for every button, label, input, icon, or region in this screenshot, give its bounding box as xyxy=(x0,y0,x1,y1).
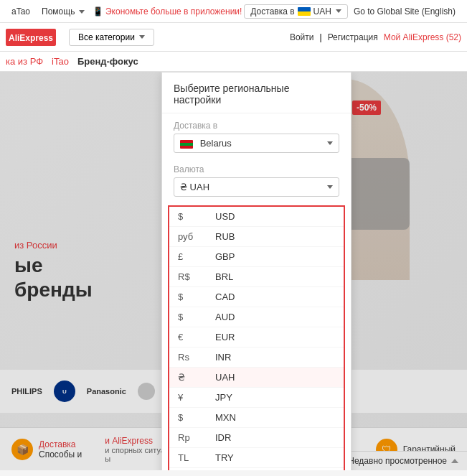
currency-item[interactable]: ¥JPY xyxy=(169,388,344,408)
chevron-down-icon xyxy=(139,35,145,39)
currency-symbol: € xyxy=(178,332,207,342)
delivery-country-section: Доставка в Belarus xyxy=(162,113,351,157)
currency-item[interactable]: ₴UAH xyxy=(169,368,344,388)
currency-item[interactable]: TLTRY xyxy=(169,448,344,468)
currency-code: INR xyxy=(215,352,231,363)
currency-item[interactable]: RsINR xyxy=(169,347,344,368)
currency-section-label: Валюта xyxy=(174,164,339,174)
main-content: из России ые бренды -50% PHILIPS U Panas… xyxy=(0,72,467,470)
auth-section: Войти | Регистрация Мой AliExpress (52) xyxy=(290,32,461,42)
currency-symbol: £ xyxy=(178,251,207,262)
currency-symbol: R$ xyxy=(178,271,207,282)
login-link[interactable]: Войти xyxy=(290,32,314,42)
currency-list: $USDрубRUB£GBPR$BRL$CAD$AUD€EURRsINR₴UAH… xyxy=(168,205,345,470)
currency-symbol: Rp xyxy=(178,432,207,443)
currency-item[interactable]: €EUR xyxy=(169,327,344,347)
currency-code: BRL xyxy=(215,271,233,282)
currency-symbol: $ xyxy=(178,291,207,302)
dropdown-title: Выберите региональные настройки xyxy=(162,73,351,113)
currency-item[interactable]: $AUD xyxy=(169,307,344,327)
breadcrumb-item-2: Бренд-фокус xyxy=(77,56,138,67)
belarus-flag-icon xyxy=(180,140,193,149)
currency-item[interactable]: RpIDR xyxy=(169,428,344,448)
currency-item[interactable]: $CAD xyxy=(169,287,344,307)
currency-item[interactable]: $USD xyxy=(169,207,344,227)
currency-code: IDR xyxy=(215,432,231,443)
currency-item[interactable]: $MXN xyxy=(169,408,344,428)
currency-code: JPY xyxy=(215,392,232,403)
currency-item[interactable]: R$BRL xyxy=(169,267,344,287)
currency-code: CAD xyxy=(215,291,235,302)
currency-section: Валюта ₴ UAH xyxy=(162,157,351,205)
top-nav: aTao Помощь 📱 Экономьте больше в приложе… xyxy=(0,0,467,23)
currency-label: UAH xyxy=(313,6,331,17)
promo-banner: 📱 Экономьте больше в приложении! xyxy=(90,6,245,17)
country-select[interactable]: Belarus xyxy=(174,134,339,153)
chevron-down-icon xyxy=(336,9,341,13)
chevron-down-icon xyxy=(327,141,333,145)
currency-item[interactable]: SEKSEK xyxy=(169,468,344,470)
currency-code: EUR xyxy=(215,332,235,342)
delivery-button[interactable]: Доставка в UAH xyxy=(244,4,348,19)
currency-code: AUD xyxy=(215,312,235,322)
global-site-link[interactable]: Go to Global Site (English) xyxy=(348,6,461,17)
nav-item-help[interactable]: Помощь xyxy=(36,6,90,17)
chevron-down-icon xyxy=(79,10,85,14)
breadcrumb: ка из РФ iTao Бренд-фокус xyxy=(0,52,467,72)
chevron-down-icon xyxy=(327,185,333,189)
currency-code: UAH xyxy=(215,372,235,383)
categories-button[interactable]: Все категории xyxy=(69,29,154,46)
my-ali-link[interactable]: Мой AliExpress (52) xyxy=(384,32,461,42)
regional-settings-dropdown: Выберите региональные настройки Доставка… xyxy=(161,72,352,470)
currency-symbol: $ xyxy=(178,211,207,222)
currency-symbol: ₴ xyxy=(178,372,207,383)
delivery-section-label: Доставка в xyxy=(174,121,339,131)
currency-symbol: $ xyxy=(178,312,207,322)
currency-code: RUB xyxy=(215,231,235,242)
currency-symbol: TL xyxy=(178,452,207,463)
currency-symbol: Rs xyxy=(178,352,207,363)
second-nav: AliExpress Все категории Войти | Регистр… xyxy=(0,23,467,52)
svg-text:AliExpress: AliExpress xyxy=(9,33,53,43)
currency-item[interactable]: £GBP xyxy=(169,247,344,267)
currency-code: USD xyxy=(215,211,235,222)
breadcrumb-item-0[interactable]: ка из РФ xyxy=(6,56,43,67)
currency-select[interactable]: ₴ UAH xyxy=(174,177,339,197)
logo: AliExpress xyxy=(6,27,63,47)
currency-symbol: $ xyxy=(178,412,207,423)
currency-item[interactable]: рубRUB xyxy=(169,227,344,247)
register-link[interactable]: Регистрация xyxy=(328,32,378,42)
currency-code: MXN xyxy=(215,412,236,423)
currency-symbol: ¥ xyxy=(178,392,207,403)
ukraine-flag-icon xyxy=(298,7,311,16)
currency-code: TRY xyxy=(215,452,234,463)
nav-item-atao[interactable]: aTao xyxy=(6,6,36,17)
breadcrumb-item-1[interactable]: iTao xyxy=(52,56,69,67)
currency-symbol: руб xyxy=(178,231,207,242)
currency-code: GBP xyxy=(215,251,235,262)
